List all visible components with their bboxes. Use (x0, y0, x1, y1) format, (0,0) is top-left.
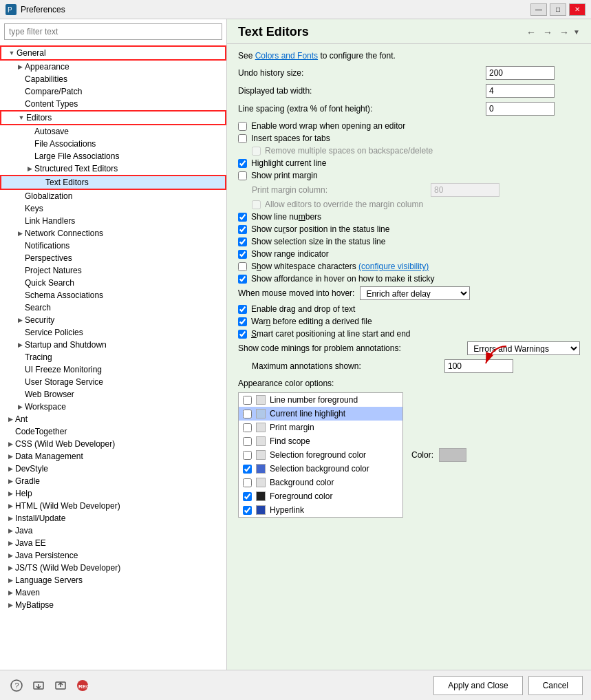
tree-item-globalization[interactable]: Globalization (0, 190, 226, 202)
export-icon[interactable] (52, 677, 69, 694)
word-wrap-checkbox[interactable] (238, 122, 247, 131)
color-checkbox-selection-fg[interactable] (243, 451, 252, 460)
color-item-foreground[interactable]: Foreground color (239, 489, 402, 503)
tree-item-ui-freeze[interactable]: UI Freeze Monitoring (0, 363, 226, 376)
print-margin-checkbox[interactable] (238, 171, 247, 180)
apply-close-button[interactable]: Apply and Close (433, 676, 522, 695)
tree-item-link-handlers[interactable]: Link Handlers (0, 215, 226, 227)
tree-item-notifications[interactable]: Notifications (0, 240, 226, 252)
line-numbers-checkbox[interactable] (238, 213, 247, 222)
tree-item-editors[interactable]: ▼Editors (0, 110, 226, 125)
tree-item-startup-shutdown[interactable]: ▶Startup and Shutdown (0, 339, 226, 351)
minimize-button[interactable]: — (530, 3, 547, 16)
color-checkbox-current-line[interactable] (243, 410, 252, 418)
tree-item-general[interactable]: ▼General (0, 45, 226, 61)
tree-item-language-servers[interactable]: ▶Language Servers (0, 574, 226, 586)
tree-item-network-connections[interactable]: ▶Network Connections (0, 227, 226, 240)
code-minings-select[interactable]: Errors and Warnings None Errors only (467, 341, 580, 355)
tree-item-gradle[interactable]: ▶Gradle (0, 475, 226, 487)
color-checkbox-background[interactable] (243, 478, 252, 487)
color-item-selection-bg[interactable]: Selection background color (239, 462, 402, 476)
color-checkbox-foreground[interactable] (243, 492, 252, 501)
maximize-button[interactable]: □ (550, 3, 566, 16)
tree-item-tracing[interactable]: Tracing (0, 351, 226, 363)
color-item-current-line[interactable]: Current line highlight (239, 407, 402, 421)
tree-item-ant[interactable]: ▶Ant (0, 413, 226, 425)
color-checkbox-find-scope[interactable] (243, 437, 252, 446)
nav-dropdown-button[interactable]: ▼ (573, 28, 580, 36)
configure-visibility-link[interactable]: (configure visibility) (358, 262, 429, 271)
close-button[interactable]: ✕ (569, 3, 585, 16)
max-annotations-input[interactable] (444, 359, 513, 373)
selection-size-checkbox[interactable] (238, 237, 247, 246)
tree-item-structured-text-editors[interactable]: ▶Structured Text Editors (0, 162, 226, 175)
help-icon[interactable]: ? (8, 677, 25, 694)
tree-item-install-update[interactable]: ▶Install/Update (0, 512, 226, 524)
color-item-background[interactable]: Background color (239, 476, 402, 489)
allow-margin-checkbox[interactable] (252, 200, 261, 209)
tree-item-css-wild[interactable]: ▶CSS (Wild Web Developer) (0, 438, 226, 450)
tree-item-devstyle[interactable]: ▶DevStyle (0, 463, 226, 475)
cursor-pos-checkbox[interactable] (238, 225, 247, 234)
color-checkbox-selection-bg[interactable] (243, 465, 252, 474)
nav-forward-button[interactable]: → (557, 25, 572, 39)
tree-item-data-management[interactable]: ▶Data Management (0, 450, 226, 463)
print-margin-col-input[interactable] (431, 183, 499, 197)
drag-drop-checkbox[interactable] (238, 305, 247, 314)
warn-derived-checkbox[interactable] (238, 317, 247, 326)
tree-item-large-file-assoc[interactable]: Large File Associations (0, 150, 226, 162)
tree-item-project-natures[interactable]: Project Natures (0, 264, 226, 277)
tree-item-java-ee[interactable]: ▶Java EE (0, 537, 226, 549)
color-item-hyperlink[interactable]: Hyperlink (239, 503, 402, 517)
tab-width-input[interactable] (486, 84, 555, 98)
record-icon[interactable]: REC (74, 677, 91, 694)
line-spacing-input[interactable] (486, 102, 555, 116)
tree-item-file-assoc[interactable]: File Associations (0, 138, 226, 150)
tree-item-search[interactable]: Search (0, 301, 226, 314)
cancel-button[interactable]: Cancel (528, 676, 583, 695)
tree-item-autosave[interactable]: Autosave (0, 125, 226, 138)
color-picker-box[interactable] (439, 448, 466, 462)
tree-item-user-storage[interactable]: User Storage Service (0, 376, 226, 388)
tree-item-maven[interactable]: ▶Maven (0, 586, 226, 599)
tree-item-security[interactable]: ▶Security (0, 314, 226, 326)
color-item-line-num-fg[interactable]: Line number foreground (239, 393, 402, 407)
tree-item-quick-search[interactable]: Quick Search (0, 277, 226, 289)
tree-item-js-ts[interactable]: ▶JS/TS (Wild Web Developer) (0, 562, 226, 574)
tree-item-text-editors[interactable]: Text Editors (0, 175, 226, 190)
tree-item-codetogether[interactable]: CodeTogether (0, 425, 226, 438)
nav-forward-button[interactable]: → (540, 25, 555, 39)
color-item-print-margin[interactable]: Print margin (239, 421, 402, 434)
affordance-checkbox[interactable] (238, 275, 247, 284)
nav-back-button[interactable]: ← (524, 25, 539, 39)
color-item-find-scope[interactable]: Find scope (239, 434, 402, 448)
tree-item-capabilities[interactable]: Capabilities (0, 73, 226, 85)
range-indicator-checkbox[interactable] (238, 250, 247, 259)
tree-item-html-wild[interactable]: ▶HTML (Wild Web Developer) (0, 500, 226, 512)
tree-item-content-types[interactable]: Content Types (0, 98, 226, 110)
filter-input[interactable] (4, 23, 222, 40)
colors-fonts-link[interactable]: Colors and Fonts (255, 51, 318, 61)
smart-caret-checkbox[interactable] (238, 330, 247, 339)
remove-spaces-checkbox[interactable] (252, 147, 261, 156)
tree-item-java[interactable]: ▶Java (0, 524, 226, 537)
color-checkbox-line-num-fg[interactable] (243, 396, 252, 405)
tree-item-help[interactable]: ▶Help (0, 487, 226, 500)
whitespace-checkbox[interactable] (238, 262, 247, 271)
tree-item-appearance[interactable]: ▶Appearance (0, 61, 226, 73)
hover-select[interactable]: Enrich after delay Immediately Never (360, 286, 470, 300)
tree-item-web-browser[interactable]: Web Browser (0, 388, 226, 401)
tree-item-mybatipse[interactable]: ▶MyBatipse (0, 599, 226, 611)
import-icon[interactable] (30, 677, 47, 694)
color-checkbox-print-margin[interactable] (243, 423, 252, 432)
undo-history-input[interactable] (486, 66, 555, 80)
tree-item-keys[interactable]: Keys (0, 202, 226, 215)
tree-item-perspectives[interactable]: Perspectives (0, 252, 226, 264)
insert-spaces-checkbox[interactable] (238, 134, 247, 143)
tree-item-workspace[interactable]: ▶Workspace (0, 401, 226, 413)
tree-item-java-persistence[interactable]: ▶Java Persistence (0, 549, 226, 562)
tree-item-schema-associations[interactable]: Schema Associations (0, 289, 226, 301)
tree-item-compare-patch[interactable]: Compare/Patch (0, 85, 226, 98)
color-checkbox-hyperlink[interactable] (243, 506, 252, 515)
color-item-selection-fg[interactable]: Selection foreground color (239, 448, 402, 462)
